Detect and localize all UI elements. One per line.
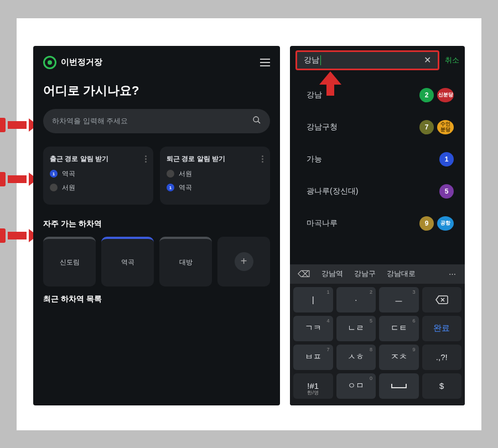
card-menu-icon[interactable] [262,155,263,163]
station-name: 서원 [62,183,75,192]
card-title: 퇴근 경로 알림 받기 [167,154,225,164]
search-icon [252,116,261,126]
menu-icon[interactable] [260,59,270,66]
search-value: 강남 [304,55,319,65]
line-number-badge: 2 [419,88,434,102]
line-name-badge: 공항 [437,216,454,231]
app-name: 이번정거장 [61,57,102,67]
keyboard-key[interactable]: ㄴㄹ [336,316,376,341]
favorite-station[interactable]: 신도림 [43,237,96,286]
cancel-button[interactable]: 취소 [445,55,459,65]
clear-icon[interactable]: ✕ [424,55,431,65]
search-screen: 강남 ✕ 취소 강남2신분당강남구청7수인 분당가능1광나루(장신대)5마곡나루… [290,46,465,405]
commute-card[interactable]: 출근 경로 알림 받기1역곡서원 [43,147,153,205]
keyboard-key[interactable] [422,287,462,312]
annotation-arrow [317,71,344,99]
suggestion-2[interactable]: 강남구 [354,269,376,279]
suggestion-1[interactable]: 강남역 [321,269,343,279]
line-badge [50,184,58,191]
keyboard-key[interactable]: 완료 [422,316,462,341]
page-title: 어디로 가시나요? [43,82,270,99]
keyboard-key[interactable]: ㄱㅋ [293,316,333,341]
callout-2: 2 [0,172,6,186]
station-name: 역곡 [62,169,75,179]
keyboard-key[interactable]: ㅇㅁ [336,373,376,399]
favorite-station[interactable]: 대방 [159,237,212,286]
search-placeholder: 하차역을 입력해 주세요 [52,116,128,126]
station-name: 역곡 [179,183,192,192]
keyboard-key[interactable]: ㅈㅊ [379,345,419,370]
station-row: 서원 [167,169,263,179]
svg-point-0 [253,117,258,122]
keyboard-key[interactable]: .,?! [422,345,462,370]
suggestion-3[interactable]: 강남대로 [387,269,416,279]
commute-card[interactable]: 퇴근 경로 알림 받기서원1역곡 [160,147,270,205]
search-result[interactable]: 광나루(장신대)5 [307,175,454,207]
result-name: 마곡나루 [307,218,338,228]
suggest-more-icon[interactable]: ⋯ [449,270,457,278]
line-number-badge: 7 [419,120,434,134]
keyboard-key[interactable]: !#1한/영 [293,373,333,399]
card-title: 출근 경로 알림 받기 [50,154,108,164]
keyboard-key[interactable]: | [293,287,333,312]
svg-line-1 [258,121,260,123]
keyboard-key[interactable] [379,373,419,399]
line-badge [167,170,174,178]
logo-icon [43,56,56,69]
callout-1: 1 [0,118,6,132]
line-name-badge: 신분당 [437,88,454,102]
search-field[interactable]: 강남 ✕ [295,50,439,70]
line-badge: 1 [50,170,58,178]
station-row: 서원 [50,183,147,192]
line-number-badge: 9 [419,216,434,231]
search-input[interactable]: 하차역을 입력해 주세요 [43,109,270,133]
keyboard: |·ㅡㄱㅋㄴㄹㄷㅌ완료ㅂㅍㅅㅎㅈㅊ.,?!!#1한/영ㅇㅁ$ [290,284,465,405]
search-result[interactable]: 가능1 [307,143,454,175]
keyboard-key[interactable]: ㅂㅍ [293,345,333,370]
recent-title: 최근 하차역 목록 [43,294,270,304]
plus-icon: + [235,252,253,271]
suggest-back-icon[interactable]: ⌫ [298,269,310,279]
app-logo: 이번정거장 [43,56,102,69]
card-menu-icon[interactable] [145,155,147,163]
result-name: 강남구청 [307,122,338,132]
callout-3: 3 [0,228,6,243]
keyboard-key[interactable]: ㅅㅎ [336,345,376,370]
svg-marker-2 [319,71,341,96]
line-badge: 1 [167,184,174,191]
result-name: 광나루(장신대) [307,186,358,196]
home-screen: 이번정거장 어디로 가시나요? 하차역을 입력해 주세요 출근 경로 알림 받기… [33,46,280,405]
line-name-badge: 수인 분당 [437,120,454,134]
keyboard-key[interactable]: ㅡ [379,287,419,312]
favorite-station[interactable]: 역곡 [101,237,154,286]
keyboard-key[interactable]: · [336,287,376,312]
favorites-title: 자주 가는 하차역 [43,219,270,229]
suggestion-bar: ⌫ 강남역 강남구 강남대로 ⋯ [290,264,465,284]
add-favorite-button[interactable]: + [217,237,270,286]
station-row: 1역곡 [167,183,263,192]
station-name: 서원 [179,169,192,179]
keyboard-key[interactable]: $ [422,373,462,399]
search-result[interactable]: 강남구청7수인 분당 [307,111,454,143]
station-row: 1역곡 [50,169,147,179]
result-name: 가능 [307,154,322,164]
line-number-badge: 5 [439,184,454,199]
keyboard-key[interactable]: ㄷㅌ [379,316,419,341]
search-result[interactable]: 마곡나루9공항 [307,207,454,239]
line-number-badge: 1 [439,152,454,166]
